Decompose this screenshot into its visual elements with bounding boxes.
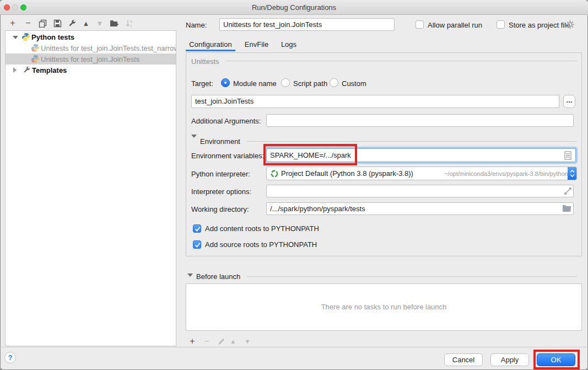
store-as-project-file-label: Store as project file	[509, 21, 570, 29]
source-roots-checkbox[interactable]	[193, 240, 201, 249]
allow-parallel-run-checkbox[interactable]	[416, 20, 424, 29]
tab-configuration[interactable]: Configuration	[186, 37, 235, 51]
browse-button[interactable]: ...	[563, 95, 575, 108]
titlebar[interactable]: Run/Debug Configurations	[0, 0, 588, 15]
radio-custom[interactable]	[330, 78, 338, 87]
target-label: Target:	[191, 79, 213, 88]
before-launch-section-label: Before launch	[196, 272, 240, 281]
before-launch-separator	[247, 276, 577, 277]
environment-collapse-icon[interactable]	[191, 135, 197, 138]
chevron-down-icon[interactable]	[13, 36, 18, 39]
radio-custom-label: Custom	[342, 79, 366, 88]
environment-separator	[247, 141, 577, 142]
python-test-icon	[31, 44, 40, 52]
environment-variables-label: Environment variables:	[191, 152, 264, 160]
target-module-input[interactable]: test_join.JoinTests	[191, 95, 559, 108]
edit-variables-icon[interactable]	[564, 151, 571, 162]
name-label: Name:	[186, 21, 207, 29]
copy-icon[interactable]	[36, 18, 48, 29]
help-button[interactable]: ?	[4, 352, 16, 363]
remove-icon[interactable]: −	[22, 18, 34, 29]
tab-envfile[interactable]: EnvFile	[241, 37, 272, 51]
before-launch-remove-icon[interactable]: −	[201, 336, 213, 346]
unittests-section-label: Unittests	[191, 57, 219, 66]
sort-alphabetically-icon[interactable]: az	[123, 18, 136, 29]
additional-arguments-label: Additional Arguments:	[191, 117, 261, 125]
python-icon	[21, 33, 30, 41]
radio-script-path-label: Script path	[293, 79, 327, 88]
tree-item-label: Templates	[32, 66, 67, 74]
folder-icon[interactable]	[562, 205, 571, 214]
before-launch-task-list[interactable]: There are no tasks to run before launch	[186, 283, 582, 331]
before-launch-move-up-icon[interactable]: ▲	[227, 336, 239, 346]
before-launch-empty-text: There are no tasks to run before launch	[186, 303, 581, 311]
allow-parallel-run-label: Allow parallel run	[428, 21, 482, 29]
tree-item-templates[interactable]: Templates	[6, 65, 176, 76]
working-directory-label: Working directory:	[191, 205, 249, 213]
new-folder-icon[interactable]	[108, 18, 120, 29]
before-launch-edit-icon[interactable]	[215, 336, 227, 346]
tree-item-unittest-jointests[interactable]: Unittests for test_join.JoinTests	[6, 53, 176, 65]
python-interpreter-select[interactable]: Project Default (Python 3.8 (pyspark-3.8…	[266, 167, 577, 180]
before-launch-move-down-icon[interactable]: ▼	[241, 336, 253, 346]
tab-logs[interactable]: Logs	[278, 37, 300, 51]
before-launch-add-icon[interactable]: +	[186, 336, 198, 346]
window-title: Run/Debug Configurations	[0, 3, 588, 12]
svg-text:z: z	[130, 24, 132, 28]
wrench-icon	[23, 66, 31, 74]
run-debug-configurations-dialog: Run/Debug Configurations + − ▲ ▼ az Pyth…	[0, 0, 588, 370]
tree-item-label: Python tests	[31, 33, 74, 41]
cancel-button[interactable]: Cancel	[444, 353, 483, 366]
tree-item-label: Unittests for test_join.JoinTests.test_n…	[41, 44, 176, 52]
environment-variables-input[interactable]: SPARK_HOME=/.../spark	[266, 148, 576, 162]
working-directory-input[interactable]: /.../spark/python/pyspark/tests	[266, 202, 574, 215]
name-input[interactable]: Unittests for test_join.JoinTests	[219, 18, 395, 31]
store-as-project-file-checkbox[interactable]	[497, 20, 505, 29]
radio-module-name-label: Module name	[233, 79, 277, 88]
additional-arguments-input[interactable]	[266, 114, 574, 127]
move-up-icon[interactable]: ▲	[80, 18, 92, 29]
python-interpreter-label: Python interpreter:	[191, 170, 250, 178]
ok-button[interactable]: OK	[537, 353, 575, 366]
combo-arrows-icon[interactable]	[568, 167, 576, 180]
before-launch-collapse-icon[interactable]	[187, 274, 193, 277]
radio-module-name[interactable]	[221, 78, 230, 87]
configurations-tree: Python tests Unittests for test_join.Joi…	[5, 30, 176, 346]
unittests-separator	[226, 61, 577, 61]
tree-item-python-tests[interactable]: Python tests	[6, 31, 176, 42]
radio-script-path[interactable]	[281, 78, 290, 87]
python-test-icon	[31, 55, 40, 63]
content-roots-checkbox[interactable]	[193, 224, 201, 233]
content-roots-label: Add content roots to PYTHONPATH	[205, 224, 319, 233]
save-icon[interactable]	[51, 18, 63, 29]
edit-templates-icon[interactable]	[66, 18, 78, 29]
interpreter-options-label: Interpreter options:	[191, 187, 251, 196]
environment-section-label: Environment	[200, 137, 240, 146]
gear-icon[interactable]	[565, 20, 575, 31]
tree-item-label: Unittests for test_join.JoinTests	[41, 55, 139, 63]
tree-item-unittest-narrow[interactable]: Unittests for test_join.JoinTests.test_n…	[6, 42, 176, 53]
python-interpreter-value: Project Default (Python 3.8 (pyspark-3.8…	[281, 169, 413, 178]
move-down-icon[interactable]: ▼	[94, 18, 106, 29]
expand-icon[interactable]	[564, 187, 572, 197]
chevron-right-icon[interactable]	[13, 67, 17, 73]
interpreter-options-input[interactable]	[266, 185, 574, 197]
apply-button[interactable]: Apply	[490, 353, 529, 366]
svg-text:a: a	[130, 19, 132, 23]
python-interpreter-path: ~/opt/miniconda3/envs/pyspark-3.8/bin/py…	[444, 170, 568, 177]
conda-env-icon	[271, 170, 278, 179]
source-roots-label: Add source roots to PYTHONPATH	[205, 240, 317, 249]
add-icon[interactable]: +	[7, 18, 19, 29]
footer-divider	[0, 347, 588, 347]
